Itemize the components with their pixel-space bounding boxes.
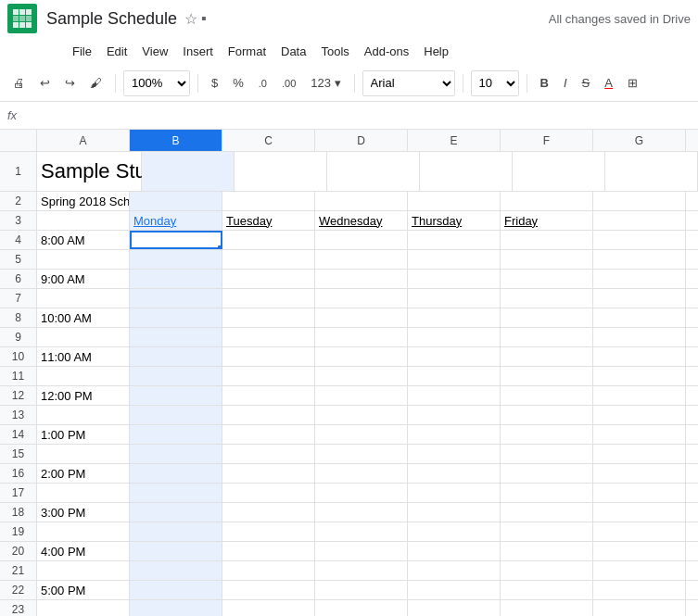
cell-b9[interactable]: [130, 328, 222, 346]
cell-g17[interactable]: [593, 484, 686, 502]
cell-a15[interactable]: [37, 445, 130, 463]
cell-b20[interactable]: [130, 542, 222, 560]
cell-d10[interactable]: [315, 347, 408, 366]
row-number[interactable]: 12: [0, 386, 37, 405]
cell-c23[interactable]: [222, 600, 315, 616]
cell-e14[interactable]: [408, 425, 501, 444]
cell-g5[interactable]: [593, 250, 686, 269]
cell-c1[interactable]: [235, 152, 327, 191]
cell-c12[interactable]: [222, 386, 315, 405]
row-number[interactable]: 19: [0, 522, 37, 541]
cell-d17[interactable]: [315, 484, 408, 502]
menu-edit[interactable]: Edit: [99, 41, 134, 62]
cell-d21[interactable]: [315, 561, 408, 580]
cell-c13[interactable]: [222, 406, 315, 424]
row-number[interactable]: 8: [0, 308, 37, 327]
cell-d22[interactable]: [315, 581, 408, 599]
cell-f6[interactable]: [501, 270, 593, 288]
menu-help[interactable]: Help: [416, 41, 456, 62]
italic-button[interactable]: I: [558, 72, 573, 94]
row-number[interactable]: 17: [0, 484, 37, 502]
col-header-a[interactable]: A: [37, 130, 130, 151]
cell-a23[interactable]: [37, 600, 130, 616]
row-number[interactable]: 22: [0, 581, 37, 599]
col-header-f[interactable]: F: [501, 130, 593, 151]
cell-c22[interactable]: [222, 581, 315, 599]
cell-b7[interactable]: [130, 289, 222, 308]
cell-a22[interactable]: 5:00 PM: [37, 581, 130, 599]
zoom-select[interactable]: 100%: [123, 70, 190, 96]
cell-b4[interactable]: [130, 231, 222, 249]
cell-b14[interactable]: [130, 425, 222, 444]
row-number[interactable]: 1: [0, 152, 37, 191]
cell-b16[interactable]: [130, 464, 222, 483]
row-number[interactable]: 7: [0, 289, 37, 308]
cell-f23[interactable]: [501, 600, 593, 616]
cell-e22[interactable]: [408, 581, 501, 599]
row-number[interactable]: 20: [0, 542, 37, 560]
cell-a7[interactable]: [37, 289, 130, 308]
cell-e21[interactable]: [408, 561, 501, 580]
cell-g14[interactable]: [593, 425, 686, 444]
cell-e1[interactable]: [420, 152, 513, 191]
cell-g18[interactable]: [593, 503, 686, 522]
cell-g12[interactable]: [593, 386, 686, 405]
cell-d14[interactable]: [315, 425, 408, 444]
cell-b18[interactable]: [130, 503, 222, 522]
row-number[interactable]: 23: [0, 600, 37, 616]
cell-e15[interactable]: [408, 445, 501, 463]
cell-f16[interactable]: [501, 464, 593, 483]
menu-format[interactable]: Format: [221, 41, 273, 62]
cell-d3[interactable]: Wednesday: [315, 211, 408, 230]
row-number[interactable]: 18: [0, 503, 37, 522]
cell-c19[interactable]: [222, 522, 315, 541]
strikethrough-button[interactable]: S: [577, 72, 596, 94]
cell-f19[interactable]: [501, 522, 593, 541]
cell-d8[interactable]: [315, 308, 408, 327]
col-header-d[interactable]: D: [315, 130, 408, 151]
cell-a18[interactable]: 3:00 PM: [37, 503, 130, 522]
cell-e12[interactable]: [408, 386, 501, 405]
cell-b3[interactable]: Monday: [130, 211, 222, 230]
cell-d11[interactable]: [315, 367, 408, 385]
col-header-e[interactable]: E: [408, 130, 501, 151]
cell-f4[interactable]: [501, 231, 593, 249]
cell-c20[interactable]: [222, 542, 315, 560]
cell-a14[interactable]: 1:00 PM: [37, 425, 130, 444]
cell-a5[interactable]: [37, 250, 130, 269]
cell-b15[interactable]: [130, 445, 222, 463]
cell-f15[interactable]: [501, 445, 593, 463]
cell-c6[interactable]: [222, 270, 315, 288]
cell-e20[interactable]: [408, 542, 501, 560]
cell-f14[interactable]: [501, 425, 593, 444]
cell-a4[interactable]: 8:00 AM: [37, 231, 130, 249]
cell-e7[interactable]: [408, 289, 501, 308]
cell-g6[interactable]: [593, 270, 686, 288]
decimal-decrease-button[interactable]: .0: [253, 74, 273, 93]
cell-g19[interactable]: [593, 522, 686, 541]
more-formats-button[interactable]: 123 ▾: [305, 72, 346, 94]
cell-b22[interactable]: [130, 581, 222, 599]
cell-b19[interactable]: [130, 522, 222, 541]
paint-format-button[interactable]: 🖌: [84, 72, 108, 94]
menu-data[interactable]: Data: [273, 41, 313, 62]
cell-b6[interactable]: [130, 270, 222, 288]
cell-g8[interactable]: [593, 308, 686, 327]
cell-f12[interactable]: [501, 386, 593, 405]
cell-f21[interactable]: [501, 561, 593, 580]
cell-c3[interactable]: Tuesday: [222, 211, 315, 230]
cell-f11[interactable]: [501, 367, 593, 385]
cell-e19[interactable]: [408, 522, 501, 541]
cell-a1[interactable]: Sample Student: [37, 152, 142, 191]
cell-a6[interactable]: 9:00 AM: [37, 270, 130, 288]
cell-g11[interactable]: [593, 367, 686, 385]
cell-a17[interactable]: [37, 484, 130, 502]
row-number[interactable]: 11: [0, 367, 37, 385]
cell-g1[interactable]: [605, 152, 698, 191]
cell-d5[interactable]: [315, 250, 408, 269]
cell-d16[interactable]: [315, 464, 408, 483]
cell-e3[interactable]: Thursday: [408, 211, 501, 230]
row-number[interactable]: 10: [0, 347, 37, 366]
row-number[interactable]: 14: [0, 425, 37, 444]
cell-f3[interactable]: Friday: [501, 211, 593, 230]
